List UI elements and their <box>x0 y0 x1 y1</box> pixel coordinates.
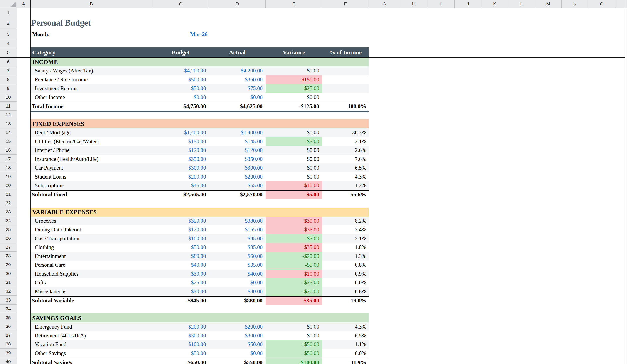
row-header-10[interactable]: 10 <box>0 93 16 102</box>
category-cell[interactable]: Insurance (Health/Auto/Life) <box>30 155 152 164</box>
row-header-40[interactable]: 40 <box>0 358 16 364</box>
section-title-cell[interactable]: INCOME <box>30 57 369 66</box>
budget-cell[interactable]: $500.00 <box>152 75 209 84</box>
category-cell[interactable]: Emergency Fund <box>30 322 152 331</box>
row-header-32[interactable]: 32 <box>0 287 16 296</box>
budget-cell[interactable]: $350.00 <box>152 155 209 164</box>
pct-income-cell[interactable]: 8.2% <box>322 217 369 225</box>
total-variance-cell[interactable]: -$100.00 <box>266 358 322 364</box>
actual-cell[interactable]: $200.00 <box>209 322 266 331</box>
category-cell[interactable]: Personal Care <box>30 260 152 269</box>
header-cell-category[interactable]: Category <box>30 48 152 57</box>
total-pct-cell[interactable]: 55.6% <box>322 191 369 199</box>
column-header-I[interactable]: I <box>427 0 455 8</box>
category-cell[interactable]: Dining Out / Takeout <box>30 225 152 234</box>
budget-cell[interactable]: $0.00 <box>152 93 209 102</box>
row-header-6[interactable]: 6 <box>0 57 16 66</box>
budget-cell[interactable]: $300.00 <box>152 331 209 340</box>
row-header-8[interactable]: 8 <box>0 75 16 84</box>
row-header-27[interactable]: 27 <box>0 243 16 252</box>
row-header-30[interactable]: 30 <box>0 269 16 278</box>
category-cell[interactable]: Other Savings <box>30 349 152 358</box>
total-label-cell[interactable]: Subtotal Fixed <box>30 191 152 199</box>
pct-income-cell[interactable]: 2.6% <box>322 146 369 155</box>
variance-cell[interactable]: $0.00 <box>266 331 322 340</box>
budget-cell[interactable]: $4,200.00 <box>152 66 209 75</box>
actual-cell[interactable]: $95.00 <box>209 234 266 243</box>
pct-income-cell[interactable] <box>322 75 369 84</box>
actual-cell[interactable]: $50.00 <box>209 340 266 349</box>
row-header-33[interactable]: 33 <box>0 296 16 305</box>
pct-income-cell[interactable]: 3.4% <box>322 225 369 234</box>
row-header-17[interactable]: 17 <box>0 155 16 163</box>
row-header-15[interactable]: 15 <box>0 137 16 146</box>
section-title-cell[interactable]: VARIABLE EXPENSES <box>30 208 369 217</box>
column-header-D[interactable]: D <box>209 0 266 8</box>
total-variance-cell[interactable]: $35.00 <box>266 297 322 305</box>
actual-cell[interactable]: $0.00 <box>209 278 266 287</box>
row-header-20[interactable]: 20 <box>0 181 16 190</box>
column-header-J[interactable]: J <box>455 0 481 8</box>
total-pct-cell[interactable]: 100.0% <box>322 102 369 110</box>
row-header-1[interactable]: 1 <box>0 8 16 17</box>
row-header-29[interactable]: 29 <box>0 260 16 269</box>
actual-cell[interactable]: $120.00 <box>209 146 266 155</box>
category-cell[interactable]: Subscriptions <box>30 181 152 190</box>
row-header-3[interactable]: 3 <box>0 29 16 39</box>
column-header-F[interactable]: F <box>322 0 369 8</box>
budget-cell[interactable]: $30.00 <box>152 269 209 278</box>
row-header-24[interactable]: 24 <box>0 216 16 225</box>
actual-cell[interactable]: $0.00 <box>209 93 266 102</box>
actual-cell[interactable]: $155.00 <box>209 225 266 234</box>
actual-cell[interactable]: $85.00 <box>209 243 266 252</box>
actual-cell[interactable]: $0.00 <box>209 349 266 358</box>
row-header-31[interactable]: 31 <box>0 278 16 287</box>
row-header-11[interactable]: 11 <box>0 102 16 110</box>
category-cell[interactable]: Student Loans <box>30 172 152 181</box>
budget-cell[interactable]: $50.00 <box>152 349 209 358</box>
actual-cell[interactable]: $1,400.00 <box>209 128 266 137</box>
row-header-12[interactable]: 12 <box>0 110 16 119</box>
variance-cell[interactable]: $0.00 <box>266 163 322 172</box>
actual-cell[interactable]: $60.00 <box>209 252 266 261</box>
category-cell[interactable]: Freelance / Side Income <box>30 75 152 84</box>
row-header-13[interactable]: 13 <box>0 119 16 128</box>
category-cell[interactable]: Household Supplies <box>30 269 152 278</box>
month-value-cell[interactable]: Mar-26 <box>152 29 208 39</box>
pct-income-cell[interactable] <box>322 66 369 75</box>
category-cell[interactable]: Rent / Mortgage <box>30 128 152 137</box>
budget-cell[interactable]: $45.00 <box>152 181 209 190</box>
actual-cell[interactable]: $300.00 <box>209 163 266 172</box>
column-header-A[interactable]: A <box>17 0 30 8</box>
budget-cell[interactable]: $150.00 <box>152 137 209 146</box>
variance-cell[interactable]: $0.00 <box>266 155 322 164</box>
category-cell[interactable]: Salary / Wages (After Tax) <box>30 66 152 75</box>
category-cell[interactable]: Internet / Phone <box>30 146 152 155</box>
row-header-25[interactable]: 25 <box>0 225 16 234</box>
pct-income-cell[interactable]: 1.1% <box>322 340 369 349</box>
pct-income-cell[interactable]: 1.2% <box>322 181 369 190</box>
row-header-19[interactable]: 19 <box>0 172 16 181</box>
category-cell[interactable]: Groceries <box>30 217 152 225</box>
budget-cell[interactable]: $80.00 <box>152 252 209 261</box>
budget-cell[interactable]: $40.00 <box>152 260 209 269</box>
column-header-B[interactable]: B <box>30 0 152 8</box>
budget-cell[interactable]: $25.00 <box>152 278 209 287</box>
variance-cell[interactable]: $0.00 <box>266 128 322 137</box>
variance-cell[interactable]: $10.00 <box>266 269 322 278</box>
total-pct-cell[interactable]: 19.0% <box>322 297 369 305</box>
pct-income-cell[interactable] <box>322 84 369 93</box>
category-cell[interactable]: Retirement (401k/IRA) <box>30 331 152 340</box>
row-header-28[interactable]: 28 <box>0 252 16 260</box>
row-header-34[interactable]: 34 <box>0 305 16 313</box>
row-header-16[interactable]: 16 <box>0 146 16 155</box>
pct-income-cell[interactable]: 4.3% <box>322 322 369 331</box>
variance-cell[interactable]: -$5.00 <box>266 234 322 243</box>
actual-cell[interactable]: $30.00 <box>209 287 266 296</box>
total-budget-cell[interactable]: $4,750.00 <box>152 102 209 110</box>
pct-income-cell[interactable]: 6.5% <box>322 331 369 340</box>
total-budget-cell[interactable]: $845.00 <box>152 297 209 305</box>
variance-cell[interactable]: $35.00 <box>266 243 322 252</box>
column-header-M[interactable]: M <box>535 0 562 8</box>
column-header-C[interactable]: C <box>152 0 209 8</box>
